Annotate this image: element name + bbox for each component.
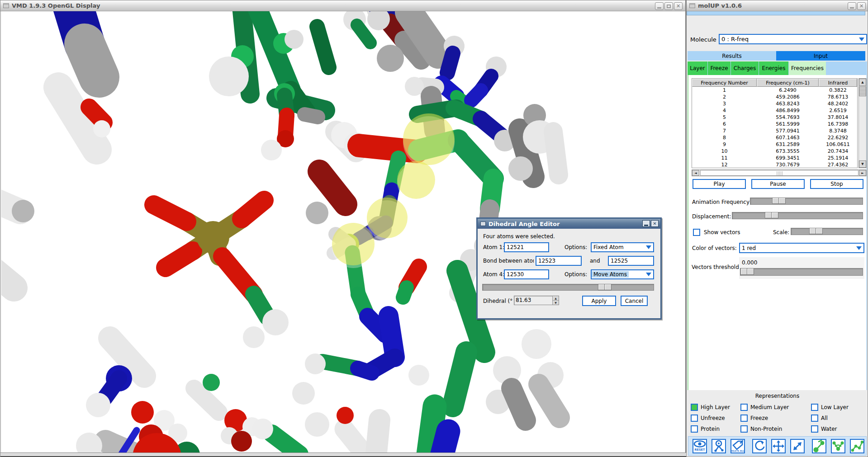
- table-row[interactable]: 4486.84992.6519: [692, 107, 857, 114]
- table-cell: 8: [692, 134, 757, 141]
- atom1-options-select[interactable]: Fixed Atom: [591, 242, 654, 252]
- color-of-vectors-label: Color of vectors:: [692, 245, 737, 251]
- checkbox[interactable]: [811, 404, 818, 411]
- stop-button[interactable]: Stop: [810, 179, 863, 189]
- vmd-maximize-button[interactable]: [664, 2, 673, 10]
- atom1-input[interactable]: 12521: [504, 242, 549, 252]
- checkbox-label: Unfreeze: [701, 415, 725, 421]
- dihedral-editor-button[interactable]: [850, 439, 864, 453]
- table-row[interactable]: 2459.208678.6713: [692, 94, 857, 100]
- checkbox[interactable]: [691, 415, 698, 422]
- table-row[interactable]: 12730.767927.4362: [692, 161, 857, 168]
- molup-close-button[interactable]: ✕: [857, 2, 866, 10]
- table-row[interactable]: 7577.09418.3748: [692, 127, 857, 134]
- table-row[interactable]: 5554.769337.8014: [692, 114, 857, 121]
- bond-editor-button[interactable]: [812, 439, 826, 453]
- show-vectors-checkbox[interactable]: [693, 229, 700, 236]
- tab-results[interactable]: Results: [688, 51, 776, 61]
- table-row[interactable]: 16.24900.3822: [692, 87, 857, 94]
- scroll-up-icon[interactable]: ▲: [859, 79, 866, 86]
- molecule-select[interactable]: 0 : R-freq: [719, 34, 867, 44]
- angle-editor-button[interactable]: [831, 439, 845, 453]
- dialog-titlebar[interactable]: Dihedral Angle Editor ✕: [478, 219, 660, 229]
- pause-button[interactable]: Pause: [751, 179, 805, 189]
- checkbox[interactable]: [811, 425, 818, 433]
- checkbox[interactable]: [740, 404, 748, 411]
- scrollbar-thumb[interactable]: [859, 86, 866, 96]
- dialog-title: Dihedral Angle Editor: [489, 221, 560, 227]
- subtab-freeze[interactable]: Freeze: [708, 61, 730, 75]
- checkbox-label: Medium Layer: [750, 404, 789, 410]
- displacement-slider[interactable]: [732, 212, 863, 219]
- hscrollbar-thumb[interactable]: [700, 170, 859, 176]
- dialog-window-icon: [480, 221, 486, 226]
- checkbox[interactable]: [811, 415, 818, 422]
- table-cell: 1: [692, 87, 757, 94]
- spin-down-icon[interactable]: ▼: [553, 301, 559, 305]
- animation-frequency-slider[interactable]: [750, 198, 863, 205]
- vmd-titlebar[interactable]: VMD 1.9.3 OpenGL Display ✕: [0, 0, 685, 11]
- column-header[interactable]: Infrared: [819, 79, 857, 87]
- subtab-frequencies[interactable]: Frequencies: [789, 61, 826, 75]
- table-row[interactable]: 9631.2589106.0611: [692, 141, 857, 148]
- dihedral-spinbox[interactable]: 81.63 ▲ ▼: [514, 296, 559, 305]
- table-cell: 631.2589: [757, 141, 819, 148]
- vectors-threshold-slider[interactable]: [740, 268, 863, 276]
- checkbox[interactable]: [740, 415, 748, 422]
- spin-up-icon[interactable]: ▲: [553, 296, 559, 301]
- table-row[interactable]: 11699.345125.1914: [692, 155, 857, 161]
- table-cell: 78.6713: [819, 94, 857, 100]
- dialog-close-button[interactable]: ✕: [651, 220, 659, 227]
- checkbox[interactable]: [691, 404, 698, 411]
- play-button[interactable]: Play: [693, 179, 746, 189]
- atom4-options-select[interactable]: Move Atoms: [591, 269, 654, 279]
- cancel-button[interactable]: Cancel: [621, 296, 648, 306]
- bond-atom2-input[interactable]: 12523: [536, 256, 582, 266]
- dihedral-slider[interactable]: [482, 284, 654, 291]
- table-vertical-scrollbar[interactable]: ▲ ▼: [859, 78, 867, 168]
- frequencies-table[interactable]: Frequency NumberFrequency (cm-1)Infrared…: [692, 78, 858, 168]
- bond-atom3-input[interactable]: 12525: [608, 256, 654, 266]
- column-header[interactable]: Frequency (cm-1): [757, 79, 819, 87]
- chevron-down-icon: [644, 270, 653, 278]
- table-cell: 673.3555: [757, 148, 819, 155]
- rotate-button[interactable]: [752, 439, 767, 453]
- table-cell: 607.1463: [757, 134, 819, 141]
- molup-titlebar[interactable]: molUP v1.0.6 ✕: [687, 0, 868, 11]
- vmd-close-button[interactable]: ✕: [674, 2, 683, 10]
- subtab-energies[interactable]: Energies: [759, 61, 788, 75]
- table-row[interactable]: 6561.599916.7398: [692, 121, 857, 127]
- scroll-down-icon[interactable]: ▼: [859, 160, 866, 168]
- atom1-label: Atom 1:: [483, 244, 504, 250]
- dihedral-slider-handle[interactable]: [598, 284, 612, 290]
- table-cell: 2.6519: [819, 107, 857, 114]
- scroll-left-icon[interactable]: ◄: [692, 170, 699, 176]
- reset-view-button[interactable]: RESET: [693, 439, 707, 453]
- table-row[interactable]: 3463.824348.2402: [692, 100, 857, 107]
- translate-button[interactable]: [771, 439, 786, 453]
- apply-button[interactable]: Apply: [582, 296, 616, 306]
- scale-icon: [791, 440, 804, 452]
- delete-all-labels-button[interactable]: DELETE ALL: [730, 439, 745, 453]
- scale-slider[interactable]: [791, 228, 863, 235]
- atom4-input[interactable]: 12530: [504, 269, 549, 279]
- table-horizontal-scrollbar[interactable]: ◄ ►: [692, 170, 867, 176]
- table-cell: 16.7398: [819, 121, 857, 127]
- atom-label-button[interactable]: [711, 439, 726, 453]
- tab-input[interactable]: Input: [776, 51, 865, 61]
- checkbox[interactable]: [740, 425, 748, 433]
- checkbox[interactable]: [691, 425, 698, 433]
- vmd-minimize-button[interactable]: [655, 2, 664, 10]
- subtab-layer[interactable]: Layer: [688, 61, 707, 75]
- color-of-vectors-select[interactable]: 1 red: [739, 243, 864, 253]
- scroll-right-icon[interactable]: ►: [859, 170, 866, 176]
- dialog-minimize-button[interactable]: [642, 220, 650, 227]
- column-header[interactable]: Frequency Number: [692, 79, 757, 87]
- table-row[interactable]: 8607.146322.6292: [692, 134, 857, 141]
- subtab-charges[interactable]: Charges: [731, 61, 759, 75]
- molup-minimize-button[interactable]: [848, 2, 856, 10]
- table-row[interactable]: 10673.355520.7434: [692, 148, 857, 155]
- scale-button[interactable]: [790, 439, 805, 453]
- table-cell: 577.0941: [757, 127, 819, 134]
- translate-icon: [772, 440, 785, 452]
